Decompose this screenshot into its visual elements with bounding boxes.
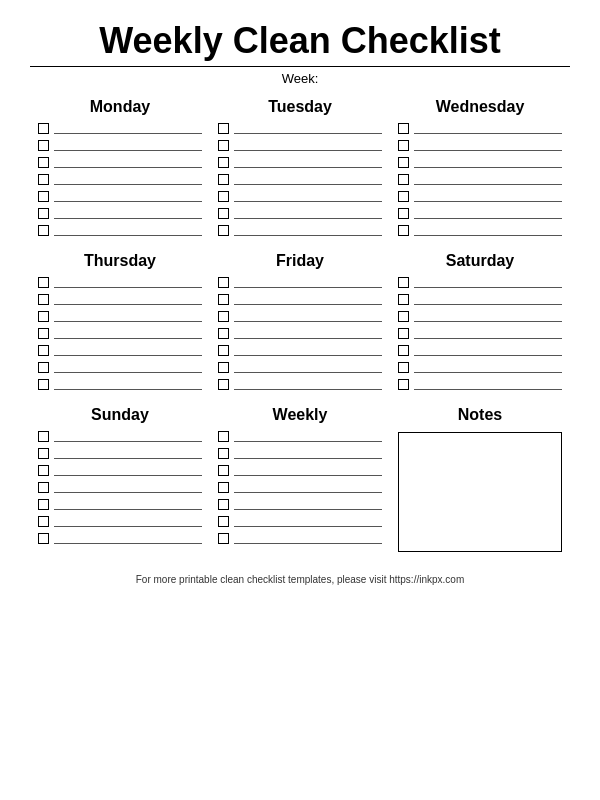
checkbox[interactable] [38,516,49,527]
checkbox[interactable] [38,140,49,151]
checkbox[interactable] [38,482,49,493]
checkbox[interactable] [218,379,229,390]
checkbox[interactable] [218,208,229,219]
weekly-checklist [218,430,382,544]
list-item [398,224,562,236]
checkbox[interactable] [38,533,49,544]
page: Weekly Clean Checklist Week: Monday Tues… [0,0,600,800]
list-item [38,139,202,151]
friday-section: Friday [210,248,390,398]
list-item [38,276,202,288]
list-item [218,276,382,288]
list-item [398,276,562,288]
checkbox[interactable] [398,277,409,288]
list-item [398,122,562,134]
checkbox[interactable] [218,123,229,134]
list-item [38,361,202,373]
checkbox[interactable] [218,345,229,356]
weekly-section: Weekly [210,402,390,560]
checkbox[interactable] [38,379,49,390]
list-item [218,224,382,236]
checkbox[interactable] [398,208,409,219]
monday-checklist [38,122,202,236]
list-item [38,293,202,305]
checkbox[interactable] [38,191,49,202]
list-item [398,310,562,322]
checkbox[interactable] [218,533,229,544]
checkbox[interactable] [38,123,49,134]
checkbox[interactable] [398,379,409,390]
checkbox[interactable] [38,499,49,510]
checkbox[interactable] [398,174,409,185]
checkbox[interactable] [218,311,229,322]
saturday-section: Saturday [390,248,570,398]
list-item [398,156,562,168]
checkbox[interactable] [218,465,229,476]
checkbox[interactable] [218,174,229,185]
wednesday-checklist [398,122,562,236]
checkbox[interactable] [218,516,229,527]
checkbox[interactable] [38,157,49,168]
notes-box[interactable] [398,432,562,552]
list-item [398,293,562,305]
checkbox[interactable] [398,225,409,236]
list-item [218,498,382,510]
title-divider [30,66,570,67]
list-item [398,344,562,356]
checkbox[interactable] [218,362,229,373]
checkbox[interactable] [218,277,229,288]
checkbox[interactable] [38,311,49,322]
notes-title: Notes [398,406,562,424]
checkbox[interactable] [38,431,49,442]
checkbox[interactable] [398,123,409,134]
checkbox[interactable] [38,448,49,459]
page-title: Weekly Clean Checklist [99,20,501,62]
checkbox[interactable] [38,328,49,339]
list-item [38,464,202,476]
list-item [218,156,382,168]
checkbox[interactable] [38,345,49,356]
list-item [218,122,382,134]
checkbox[interactable] [398,157,409,168]
checkbox[interactable] [398,328,409,339]
tuesday-section: Tuesday [210,94,390,244]
checkbox[interactable] [38,362,49,373]
checkbox[interactable] [398,294,409,305]
list-item [38,207,202,219]
list-item [38,481,202,493]
list-item [38,532,202,544]
checkbox[interactable] [38,225,49,236]
checkbox[interactable] [38,208,49,219]
checkbox[interactable] [398,311,409,322]
checkbox[interactable] [218,448,229,459]
list-item [218,515,382,527]
monday-section: Monday [30,94,210,244]
list-item [38,515,202,527]
list-item [218,293,382,305]
checkbox[interactable] [218,294,229,305]
checkbox[interactable] [38,174,49,185]
checkbox[interactable] [218,225,229,236]
checkbox[interactable] [218,328,229,339]
checkbox[interactable] [398,362,409,373]
friday-title: Friday [218,252,382,270]
list-item [218,430,382,442]
checkbox[interactable] [218,157,229,168]
list-item [398,327,562,339]
sunday-title: Sunday [38,406,202,424]
checkbox[interactable] [398,191,409,202]
checkbox[interactable] [38,277,49,288]
checkbox[interactable] [218,191,229,202]
checkbox[interactable] [218,482,229,493]
checkbox[interactable] [398,140,409,151]
checkbox[interactable] [398,345,409,356]
footer-text: For more printable clean checklist templ… [136,574,464,585]
checkbox[interactable] [218,140,229,151]
checkbox[interactable] [218,499,229,510]
list-item [38,344,202,356]
list-item [38,122,202,134]
checkbox[interactable] [218,431,229,442]
notes-section: Notes [390,402,570,560]
checkbox[interactable] [38,465,49,476]
checkbox[interactable] [38,294,49,305]
